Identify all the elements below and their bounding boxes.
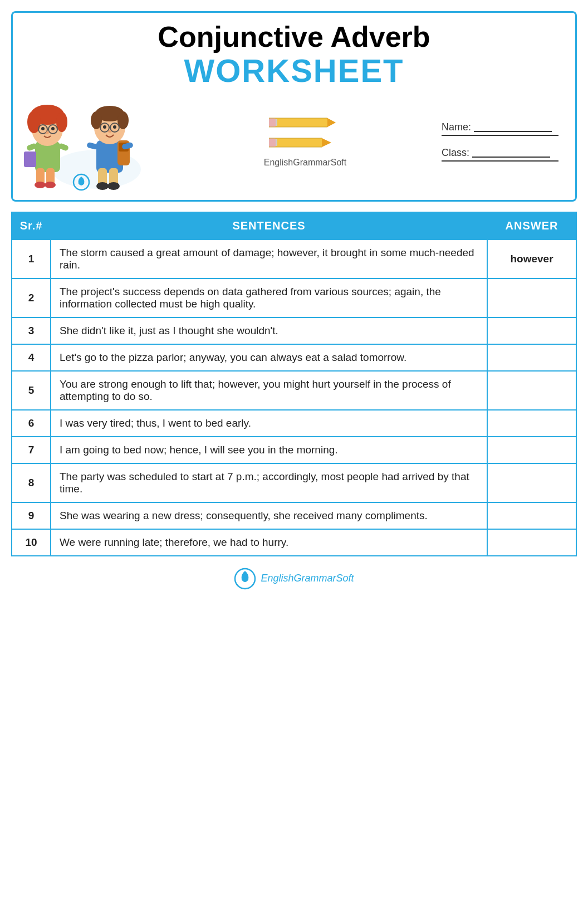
svg-point-12	[56, 112, 67, 132]
svg-rect-42	[269, 118, 276, 127]
svg-point-18	[51, 127, 55, 130]
cell-sentence: She didn't like it, just as I thought sh…	[51, 317, 487, 344]
table-row: 3She didn't like it, just as I thought s…	[12, 317, 576, 344]
cell-sentence: She was wearing a new dress; consequentl…	[51, 502, 487, 529]
cell-sentence: You are strong enough to lift that; howe…	[51, 371, 487, 410]
cell-answer	[487, 371, 576, 410]
table-row: 4Let's go to the pizza parlor; anyway, y…	[12, 344, 576, 371]
cell-answer: however	[487, 240, 576, 278]
cell-sr: 4	[12, 344, 51, 371]
header-box: Conjunctive Adverb WORKSHEET	[11, 11, 577, 202]
class-label: Class:	[442, 147, 469, 159]
cell-sr: 7	[12, 437, 51, 463]
table-row: 2The project's success depends on data g…	[12, 278, 576, 317]
svg-rect-43	[276, 119, 277, 126]
col-header-answer: ANSWER	[487, 212, 576, 240]
cell-answer	[487, 529, 576, 556]
svg-marker-47	[322, 138, 331, 147]
cell-sentence: The party was scheduled to start at 7 p.…	[51, 463, 487, 502]
svg-point-36	[103, 125, 106, 129]
col-header-sr: Sr.#	[12, 212, 51, 240]
cell-answer	[487, 344, 576, 371]
svg-point-25	[107, 182, 120, 190]
svg-point-4	[35, 182, 46, 188]
cell-sentence: Let's go to the pizza parlor; anyway, yo…	[51, 344, 487, 371]
svg-point-24	[96, 182, 109, 190]
footer: EnglishGrammarSoft	[11, 568, 577, 590]
table-header-row: Sr.# SENTENCES ANSWER	[12, 212, 576, 240]
svg-marker-40	[269, 118, 333, 127]
cell-sentence: The project's success depends on data ga…	[51, 278, 487, 317]
class-underline	[472, 148, 550, 158]
class-field[interactable]: Class:	[442, 147, 558, 162]
name-field[interactable]: Name:	[442, 121, 558, 136]
table-row: 6I was very tired; thus, I went to bed e…	[12, 410, 576, 437]
name-underline	[474, 122, 552, 132]
title-section: Conjunctive Adverb WORKSHEET	[24, 21, 564, 89]
table-row: 10We were running late; therefore, we ha…	[12, 529, 576, 556]
cell-sr: 8	[12, 463, 51, 502]
svg-point-16	[46, 131, 49, 134]
cell-answer	[487, 437, 576, 463]
cell-answer	[487, 463, 576, 502]
cell-sentence: We were running late; therefore, we had …	[51, 529, 487, 556]
name-label: Name:	[442, 121, 471, 133]
name-class-area: Name: Class:	[442, 121, 564, 162]
footer-logo-icon	[234, 568, 256, 590]
cell-sentence: I was very tired; thus, I went to bed ea…	[51, 410, 487, 437]
cartoon-svg: EnglishGrammarSoft	[24, 91, 158, 192]
svg-marker-41	[327, 118, 336, 127]
svg-point-5	[45, 182, 56, 188]
title-worksheet: WORKSHEET	[24, 53, 564, 89]
table-row: 7I am going to bed now; hence, I will se…	[12, 437, 576, 463]
header-brand: EnglishGrammarSoft	[264, 158, 347, 168]
cell-sentence: The storm caused a great amount of damag…	[51, 240, 487, 278]
header-content: EnglishGrammarSoft	[24, 91, 564, 192]
cell-sr: 2	[12, 278, 51, 317]
cell-answer	[487, 410, 576, 437]
cartoon-area: EnglishGrammarSoft	[24, 91, 158, 192]
pencil-area: EnglishGrammarSoft	[158, 115, 442, 168]
cell-sr: 1	[12, 240, 51, 278]
col-header-sentences: SENTENCES	[51, 212, 487, 240]
cell-sr: 3	[12, 317, 51, 344]
cell-sentence: I am going to bed now; hence, I will see…	[51, 437, 487, 463]
cell-sr: 10	[12, 529, 51, 556]
page-wrapper: Conjunctive Adverb WORKSHEET	[11, 11, 577, 590]
svg-point-35	[108, 130, 111, 133]
svg-rect-49	[276, 139, 277, 146]
svg-marker-46	[269, 138, 329, 147]
cell-answer	[487, 502, 576, 529]
cell-sr: 6	[12, 410, 51, 437]
pencil-icon-2	[269, 135, 341, 150]
title-main: Conjunctive Adverb	[24, 21, 564, 53]
table-row: 1The storm caused a great amount of dama…	[12, 240, 576, 278]
table-row: 5You are strong enough to lift that; how…	[12, 371, 576, 410]
svg-rect-1	[35, 141, 60, 172]
svg-point-37	[113, 125, 116, 129]
footer-brand: EnglishGrammarSoft	[261, 573, 354, 584]
cell-sr: 9	[12, 502, 51, 529]
svg-rect-48	[269, 138, 276, 147]
table-row: 8The party was scheduled to start at 7 p…	[12, 463, 576, 502]
table-row: 9She was wearing a new dress; consequent…	[12, 502, 576, 529]
cell-sr: 5	[12, 371, 51, 410]
svg-rect-8	[24, 152, 36, 167]
pencil-icon-1	[269, 115, 341, 130]
cell-answer	[487, 317, 576, 344]
svg-point-17	[41, 127, 45, 130]
cell-answer	[487, 278, 576, 317]
worksheet-table: Sr.# SENTENCES ANSWER 1The storm caused …	[11, 212, 577, 556]
